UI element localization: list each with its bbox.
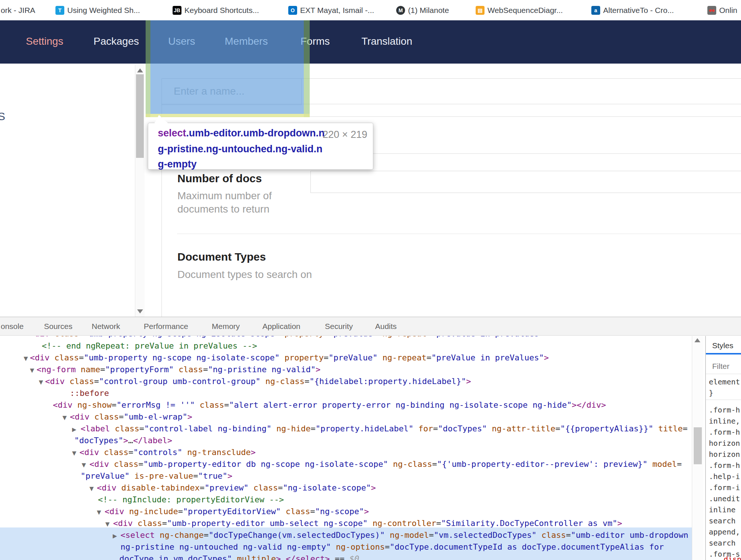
code-token: "propertyForm": [105, 365, 173, 374]
devtools-tab-security[interactable]: Security: [325, 322, 353, 331]
inspect-highlight-content: [150, 20, 304, 114]
scroll-up-icon[interactable]: [694, 338, 700, 342]
devtools-tab-application[interactable]: Application: [262, 322, 300, 331]
code-token: "propertyEditorView": [183, 507, 281, 516]
code-token: >: [544, 336, 549, 338]
css-rule-line: display: [724, 555, 741, 560]
code-token: disable-tabindex: [116, 483, 200, 492]
code-token: =: [79, 353, 84, 362]
expand-arrow-icon[interactable]: ▼: [97, 507, 101, 516]
nav-tab-settings[interactable]: Settings: [26, 35, 63, 47]
devtools-tab-performance[interactable]: Performance: [144, 322, 188, 331]
dom-tree-line[interactable]: <div class="umb-property-editor umb-sele…: [113, 519, 622, 528]
expand-arrow-icon[interactable]: ▼: [82, 459, 86, 468]
code-token: <ng-form: [37, 365, 76, 374]
devtools-tab-onsole[interactable]: onsole: [1, 322, 24, 331]
dom-tree-line[interactable]: ng-pristine ng-untouched ng-valid ng-emp…: [120, 542, 664, 551]
content-area: S Enter a name... Number of docs Maximum…: [0, 64, 741, 317]
nav-tab-translation[interactable]: Translation: [361, 35, 412, 47]
scroll-up-icon[interactable]: [137, 68, 143, 72]
code-token: =: [432, 459, 437, 469]
code-token: <select: [120, 530, 155, 540]
bookmark-item[interactable]: M(1) Milanote: [396, 0, 449, 20]
devtools-tab-network[interactable]: Network: [92, 322, 120, 331]
dom-tree-line[interactable]: ::before: [70, 388, 109, 398]
dom-tree-line[interactable]: "docTypes">…</label>: [74, 436, 172, 445]
css-rule-line: .help-i: [709, 472, 740, 481]
code-token: "umb-property-editor db ng-scope ng-isol…: [143, 459, 388, 469]
dom-tree-line[interactable]: <div disable-tabindex="preview" class="n…: [97, 483, 376, 492]
dom-tree-line[interactable]: <ng-form name="propertyForm" class="ng-p…: [37, 365, 320, 374]
styles-filter-input[interactable]: Filter: [712, 362, 730, 371]
dom-tree-line[interactable]: <select ng-change="docTypeChange(vm.sele…: [120, 530, 689, 540]
css-rule-line: inline,: [709, 417, 740, 425]
dom-tree-line[interactable]: <div class="control-group umb-control-gr…: [45, 377, 471, 386]
code-token: <div: [97, 483, 116, 492]
scrollbar-thumb[interactable]: [136, 74, 144, 158]
dom-tree-line[interactable]: <!-- ngInclude: propertyEditorView -->: [98, 495, 284, 504]
code-token: >: [466, 377, 471, 386]
code-token: <div: [113, 519, 133, 528]
number-of-docs-input[interactable]: [310, 171, 741, 193]
inspect-highlight-padding-left: [146, 20, 150, 117]
code-token: "controls": [133, 448, 182, 457]
bookmark-item[interactable]: ◉◉Onlin: [707, 0, 737, 20]
code-token: =: [566, 530, 571, 540]
expand-arrow-icon[interactable]: ▼: [24, 353, 28, 362]
scrollbar-thumb[interactable]: [694, 427, 702, 464]
code-token: "docTypes": [74, 436, 123, 445]
dom-tree-line[interactable]: <div class="umb-property-editor db ng-sc…: [89, 459, 682, 469]
bookmark-item[interactable]: OEXT Mayat, Ismail -...: [288, 0, 374, 20]
bookmark-item[interactable]: ork - JIRA: [1, 0, 35, 20]
code-token: >: [316, 365, 320, 374]
dom-tree-line[interactable]: <!-- end ngRepeat: preValue in preValues…: [42, 341, 257, 350]
bookmark-label: (1) Milanote: [408, 6, 449, 15]
expand-arrow-icon[interactable]: ▼: [72, 448, 77, 457]
nav-tab-packages[interactable]: Packages: [94, 35, 139, 47]
expand-arrow-icon[interactable]: ▼: [62, 412, 67, 421]
code-token: =: [683, 424, 687, 433]
collapsed-arrow-icon[interactable]: ▶: [72, 424, 77, 433]
code-token: ng-pristine ng-untouched ng-valid ng-emp…: [120, 542, 331, 551]
expand-arrow-icon[interactable]: ▼: [89, 483, 94, 492]
code-token: ng-attr-title: [487, 424, 555, 433]
dom-tree-line[interactable]: <div class="umb-property ng-scope ng-iso…: [30, 353, 549, 362]
expand-arrow-icon[interactable]: ▼: [39, 377, 43, 386]
code-token: "docTypeChange(vm.selectedDocTypes)": [208, 530, 385, 540]
code-token: =: [433, 424, 438, 433]
tab-styles[interactable]: Styles: [712, 341, 733, 350]
expand-arrow-icon[interactable]: ▼: [30, 365, 34, 374]
bookmark-item[interactable]: aAlternativeTo - Cro...: [591, 0, 674, 20]
dom-tree-line[interactable]: <div ng-include="propertyEditorView" cla…: [105, 507, 369, 516]
bookmark-item[interactable]: ▤WebSequenceDiagr...: [476, 0, 563, 20]
dom-tree-line[interactable]: <div class="umb-property ng-scope ng-iso…: [30, 336, 549, 338]
bookmark-label: AlternativeTo - Cro...: [603, 6, 674, 15]
dom-tree-line[interactable]: <div class="umb-el-wrap">: [70, 412, 192, 421]
collapsed-arrow-icon[interactable]: ▶: [113, 530, 117, 539]
dom-tree-line[interactable]: "preValue" is-pre-value="true">: [81, 471, 232, 481]
code-token: model: [647, 459, 677, 469]
code-token: ></div>: [572, 400, 606, 410]
code-token: >: [364, 507, 369, 516]
code-token: multiple: [232, 554, 276, 560]
code-token: class: [133, 519, 162, 528]
bookmark-item[interactable]: JBKeyboard Shortcuts...: [173, 0, 259, 20]
elements-scrollbar[interactable]: [692, 336, 703, 560]
dom-tree-line[interactable]: docType in vm.docTypes" multiple>…</sele…: [119, 554, 359, 560]
code-token: class: [110, 424, 139, 433]
expand-arrow-icon[interactable]: ▼: [105, 519, 110, 527]
scroll-down-icon[interactable]: [137, 309, 143, 313]
devtools-tab-audits[interactable]: Audits: [375, 322, 397, 331]
top-nav: SettingsPackagesUsersMembersFormsTransla…: [0, 20, 741, 64]
devtools-tab-sources[interactable]: Sources: [44, 322, 72, 331]
bookmark-item[interactable]: TUsing Weighted Sh...: [55, 0, 140, 20]
elements-tree[interactable]: <div class="umb-property ng-scope ng-iso…: [0, 336, 692, 560]
devtools-tab-memory[interactable]: Memory: [212, 322, 240, 331]
code-token: =: [677, 459, 681, 469]
code-token: =: [311, 424, 316, 433]
dom-tree-line[interactable]: <label class="control-label ng-binding" …: [81, 424, 688, 433]
content-scrollbar[interactable]: [135, 65, 145, 317]
code-token: ::before: [70, 388, 109, 398]
dom-tree-line[interactable]: <div ng-show="errorMsg != ''" class="ale…: [53, 400, 606, 410]
dom-tree-line[interactable]: <div class="controls" ng-transclude>: [79, 448, 256, 457]
